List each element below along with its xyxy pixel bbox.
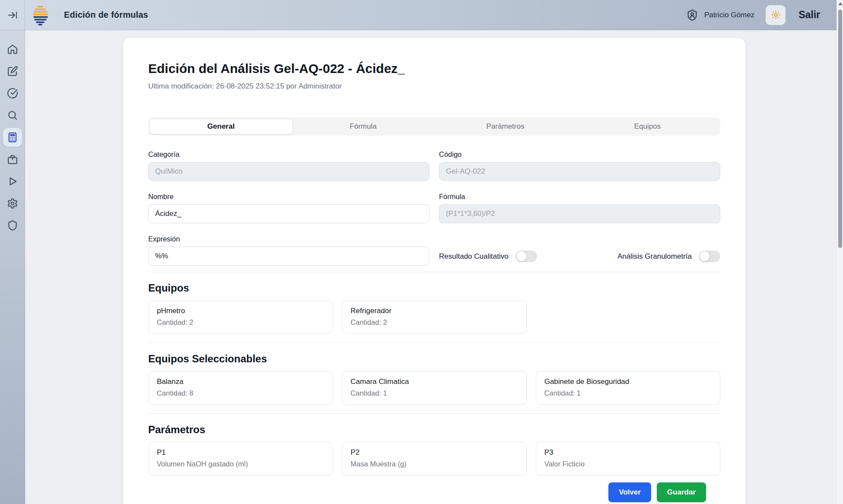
tab-parametros[interactable]: Parámetros <box>434 119 576 134</box>
sidebar-item-home[interactable] <box>3 40 22 59</box>
nombre-label: Nombre <box>148 193 429 201</box>
action-buttons: Volver Guardar <box>148 482 720 502</box>
sidebar-item-security[interactable] <box>3 216 22 235</box>
equipo-card[interactable]: Camara Climatica Cantidad: 1 <box>342 371 526 405</box>
equipos-section-title: Equipos <box>148 282 720 294</box>
switch-knob <box>516 251 526 261</box>
logout-button[interactable]: Salir <box>798 9 820 21</box>
field-formula: Fórmula <box>439 193 720 223</box>
section-divider <box>148 272 720 272</box>
analisis-granulometria-switch[interactable] <box>699 250 720 262</box>
equipo-card[interactable]: Balanza Cantidad: 8 <box>148 371 333 405</box>
parametro-desc: Volumen NaOH gastado (ml) <box>157 460 324 468</box>
parametro-name: P3 <box>544 448 712 457</box>
parametro-desc: Valor Ficticio <box>544 460 712 468</box>
expresion-label: Expresión <box>148 235 429 243</box>
equipo-qty: Cantidad: 2 <box>350 318 518 326</box>
equipo-card[interactable]: Gabinete de Bioseguridad Cantidad: 1 <box>536 371 720 405</box>
sun-icon <box>771 10 781 20</box>
user-shield-icon <box>686 9 698 21</box>
calculator-icon <box>7 132 18 143</box>
play-icon <box>7 176 18 187</box>
check-circle-icon <box>7 88 18 99</box>
resultado-cualitativo-switch[interactable] <box>515 250 537 262</box>
parametros-list: P1 Volumen NaOH gastado (ml) P2 Masa Mue… <box>148 442 720 475</box>
tab-general[interactable]: General <box>150 119 292 134</box>
content-card: Edición del Análisis Gel-AQ-022 - Ácidez… <box>123 38 745 504</box>
general-form: Categoría Código Nombre Fórmula Expresió… <box>148 150 720 266</box>
save-button[interactable]: Guardar <box>657 482 706 502</box>
toggle-resultado-cualitativo: Resultado Cualitativo <box>439 250 537 262</box>
toggles-row: Resultado Cualitativo Análisis Granulome… <box>439 235 720 266</box>
sidebar-item-checks[interactable] <box>3 84 22 103</box>
equipo-qty: Cantidad: 8 <box>157 389 324 397</box>
section-divider <box>148 342 720 343</box>
back-button[interactable]: Volver <box>608 482 651 502</box>
scrollbar-up-arrow-icon[interactable] <box>838 2 843 5</box>
tab-equipos[interactable]: Equipos <box>576 119 719 134</box>
equipo-name: Refrigerador <box>350 307 518 315</box>
categoria-input[interactable] <box>148 162 429 181</box>
parametro-card[interactable]: P1 Volumen NaOH gastado (ml) <box>148 442 333 475</box>
formula-label: Fórmula <box>439 193 720 201</box>
topbar: Edición de fórmulas Patricio Gómez Salir <box>0 0 837 30</box>
switch-knob <box>700 251 709 261</box>
equipo-qty: Cantidad: 1 <box>350 389 518 397</box>
toggle-label: Resultado Cualitativo <box>439 252 509 261</box>
sidebar-item-edit[interactable] <box>3 62 22 81</box>
last-modified-text: Ultima modificación: 26-08-2025 23:52:15… <box>148 82 720 91</box>
shield-icon <box>7 220 18 231</box>
toggle-label: Análisis Granulometría <box>617 252 692 261</box>
parametro-name: P1 <box>157 448 324 457</box>
parametro-desc: Masa Muestra (g) <box>350 460 518 468</box>
categoria-label: Categoría <box>148 150 429 158</box>
search-icon <box>7 110 18 121</box>
codigo-label: Código <box>439 150 720 158</box>
equipo-name: pHmetro <box>157 307 324 315</box>
briefcase-icon <box>7 154 18 165</box>
field-codigo: Código <box>439 150 720 181</box>
sidebar-toggle-icon[interactable] <box>0 10 25 20</box>
sidebar-item-settings[interactable] <box>3 194 22 213</box>
equipo-name: Camara Climatica <box>350 377 518 386</box>
main-area: Edición del Análisis Gel-AQ-022 - Ácidez… <box>25 30 837 504</box>
section-divider <box>148 413 720 414</box>
field-nombre: Nombre <box>148 193 429 223</box>
home-icon <box>7 44 18 55</box>
app-logo <box>30 4 51 26</box>
field-categoria: Categoría <box>148 150 429 181</box>
equipos-list: pHmetro Cantidad: 2 Refrigerador Cantida… <box>148 300 720 334</box>
gear-icon <box>7 198 18 209</box>
tab-bar: General Fórmula Parámetros Equipos <box>148 117 720 136</box>
parametros-section-title: Parámetros <box>148 424 720 436</box>
sidebar-item-equipment[interactable] <box>3 150 22 169</box>
parametro-card[interactable]: P2 Masa Muestra (g) <box>342 442 526 475</box>
parametro-card[interactable]: P3 Valor Ficticio <box>536 442 720 475</box>
expresion-input[interactable] <box>148 247 429 266</box>
codigo-input[interactable] <box>439 162 720 181</box>
user-name: Patricio Gómez <box>704 11 754 19</box>
equipo-name: Gabinete de Bioseguridad <box>544 377 712 386</box>
page-scrollbar[interactable] <box>837 0 843 504</box>
tab-formula[interactable]: Fórmula <box>292 119 434 134</box>
equipo-qty: Cantidad: 2 <box>157 318 324 326</box>
equipos-seleccionables-list: Balanza Cantidad: 8 Camara Climatica Can… <box>148 371 720 405</box>
sidebar-item-search[interactable] <box>3 106 22 125</box>
edit-icon <box>7 66 18 77</box>
sidebar <box>0 30 25 504</box>
field-expresion: Expresión <box>148 235 429 266</box>
page-title: Edición del Análisis Gel-AQ-022 - Ácidez… <box>148 61 720 76</box>
scrollbar-thumb[interactable] <box>838 10 842 248</box>
topbar-divider <box>25 0 25 30</box>
app-title: Edición de fórmulas <box>64 10 148 20</box>
nombre-input[interactable] <box>148 204 429 223</box>
theme-toggle-button[interactable] <box>766 5 786 25</box>
equipo-qty: Cantidad: 1 <box>544 389 712 397</box>
parametro-name: P2 <box>350 448 518 457</box>
sidebar-item-run[interactable] <box>3 172 22 191</box>
sidebar-item-formulas[interactable] <box>3 128 22 147</box>
equipo-card[interactable]: Refrigerador Cantidad: 2 <box>342 300 526 334</box>
topbar-right-group: Patricio Gómez Salir <box>686 5 837 25</box>
formula-input[interactable] <box>439 204 720 223</box>
equipo-card[interactable]: pHmetro Cantidad: 2 <box>148 300 333 334</box>
